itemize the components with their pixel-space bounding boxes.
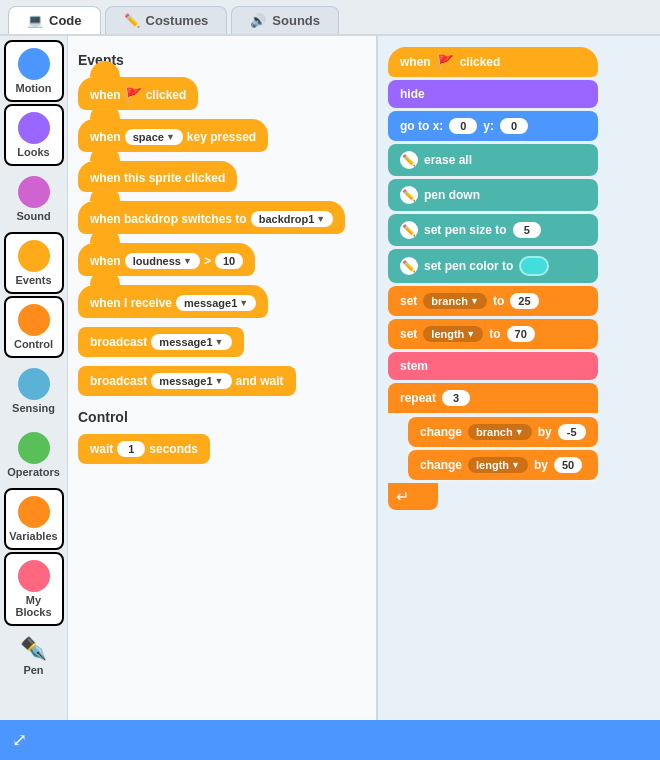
script-set-text: set bbox=[400, 294, 417, 308]
sidebar-item-operators[interactable]: Operators bbox=[4, 424, 64, 486]
loudness-value: loudness bbox=[133, 255, 181, 267]
broadcast-wait-block[interactable]: broadcast message1 ▼ and wait bbox=[78, 366, 296, 396]
pen-glyph-4: ✏️ bbox=[402, 260, 416, 273]
script-erase-text: erase all bbox=[424, 153, 472, 167]
script-pen-color[interactable]: ✏️ set pen color to bbox=[388, 249, 598, 283]
sounds-icon: 🔊 bbox=[250, 13, 266, 28]
script-branch-num[interactable]: 25 bbox=[510, 293, 538, 309]
sidebar-label-pen: Pen bbox=[23, 664, 43, 676]
script-length-dropdown[interactable]: length ▼ bbox=[423, 326, 483, 342]
script-clicked-text: clicked bbox=[460, 55, 501, 69]
script-length-dropdown-2[interactable]: length ▼ bbox=[468, 457, 528, 473]
dropdown-arrow-2: ▼ bbox=[316, 214, 325, 224]
when-backdrop-text: when backdrop switches to bbox=[90, 212, 247, 226]
pen-glyph-3: ✏️ bbox=[402, 224, 416, 237]
script-pen-size[interactable]: ✏️ set pen size to 5 bbox=[388, 214, 598, 246]
script-change-length[interactable]: change length ▼ by 50 bbox=[408, 450, 598, 480]
script-set-length[interactable]: set length ▼ to 70 bbox=[388, 319, 598, 349]
script-goto[interactable]: go to x: 0 y: 0 bbox=[388, 111, 598, 141]
and-wait-text: and wait bbox=[236, 374, 284, 388]
script-pen-down[interactable]: ✏️ pen down bbox=[388, 179, 598, 211]
motion-dot bbox=[18, 48, 50, 80]
script-stem[interactable]: stem bbox=[388, 352, 598, 380]
main-area: Motion Looks Sound Events Control Sensin… bbox=[0, 36, 660, 720]
when-sprite-text: when this sprite clicked bbox=[90, 171, 225, 185]
script-repeat[interactable]: repeat 3 bbox=[388, 383, 598, 413]
tab-sounds[interactable]: 🔊 Sounds bbox=[231, 6, 339, 34]
script-stem-text: stem bbox=[400, 359, 428, 373]
script-to-text: to bbox=[493, 294, 504, 308]
block-row: when I receive message1 ▼ bbox=[78, 282, 366, 321]
sidebar-item-control[interactable]: Control bbox=[4, 296, 64, 358]
pen-glyph-2: ✏️ bbox=[402, 189, 416, 202]
sidebar-item-pen[interactable]: ✒️ Pen bbox=[4, 628, 64, 684]
script-repeat-value[interactable]: 3 bbox=[442, 390, 470, 406]
script-change-text-2: change bbox=[420, 458, 462, 472]
when-backdrop-block[interactable]: when backdrop switches to backdrop1 ▼ bbox=[78, 201, 345, 234]
block-row: when backdrop switches to backdrop1 ▼ bbox=[78, 198, 366, 237]
script-when-text: when bbox=[400, 55, 431, 69]
top-tabs: 💻 Code ✏️ Costumes 🔊 Sounds bbox=[0, 0, 660, 36]
broadcast-wait-dropdown[interactable]: message1 ▼ bbox=[151, 373, 231, 389]
pen-icon-size: ✏️ bbox=[400, 221, 418, 239]
repeat-inner: change branch ▼ by -5 change length bbox=[408, 415, 598, 482]
script-length-num[interactable]: 70 bbox=[507, 326, 535, 342]
script-length-change[interactable]: 50 bbox=[554, 457, 582, 473]
pen-glyph: ✏️ bbox=[402, 154, 416, 167]
sidebar-label-variables: Variables bbox=[9, 530, 57, 542]
when-flag-text: when bbox=[90, 88, 121, 102]
wait-text: wait bbox=[90, 442, 113, 456]
key-dropdown[interactable]: space ▼ bbox=[125, 129, 183, 145]
repeat-arrow-icon: ↵ bbox=[396, 487, 409, 506]
script-erase-all[interactable]: ✏️ erase all bbox=[388, 144, 598, 176]
events-section: Events when 🚩 clicked when space ▼ key bbox=[78, 52, 366, 399]
script-stack: when 🚩 clicked hide go to x: 0 y: 0 ✏️ e… bbox=[388, 46, 598, 510]
dropdown-arrow: ▼ bbox=[166, 132, 175, 142]
script-x-value[interactable]: 0 bbox=[449, 118, 477, 134]
script-change-branch[interactable]: change branch ▼ by -5 bbox=[408, 417, 598, 447]
backdrop-value: backdrop1 bbox=[259, 213, 315, 225]
script-pensize-value[interactable]: 5 bbox=[513, 222, 541, 238]
script-y-value[interactable]: 0 bbox=[500, 118, 528, 134]
script-branch-dropdown-2[interactable]: branch ▼ bbox=[468, 424, 532, 440]
script-branch-change[interactable]: -5 bbox=[558, 424, 586, 440]
script-hide[interactable]: hide bbox=[388, 80, 598, 108]
script-area[interactable]: when 🚩 clicked hide go to x: 0 y: 0 ✏️ e… bbox=[378, 36, 660, 720]
message-dropdown[interactable]: message1 ▼ bbox=[176, 295, 256, 311]
script-branch-dropdown[interactable]: branch ▼ bbox=[423, 293, 487, 309]
broadcast-wait-text: broadcast bbox=[90, 374, 147, 388]
script-set-branch[interactable]: set branch ▼ to 25 bbox=[388, 286, 598, 316]
sidebar-item-sound[interactable]: Sound bbox=[4, 168, 64, 230]
loudness-threshold[interactable]: 10 bbox=[215, 253, 243, 269]
sidebar-item-motion[interactable]: Motion bbox=[4, 40, 64, 102]
looks-dot bbox=[18, 112, 50, 144]
expand-button[interactable]: ⤢ bbox=[12, 729, 27, 751]
wait-block[interactable]: wait 1 seconds bbox=[78, 434, 210, 464]
broadcast-block[interactable]: broadcast message1 ▼ bbox=[78, 327, 244, 357]
script-flag-icon: 🚩 bbox=[437, 54, 454, 70]
seconds-text: seconds bbox=[149, 442, 198, 456]
when-receive-block[interactable]: when I receive message1 ▼ bbox=[78, 285, 268, 318]
script-color-swatch[interactable] bbox=[519, 256, 549, 276]
script-when-flag[interactable]: when 🚩 clicked bbox=[388, 47, 598, 77]
script-by-text: by bbox=[538, 425, 552, 439]
when-text: when bbox=[90, 130, 121, 144]
dropdown-arrow-3: ▼ bbox=[183, 256, 192, 266]
sidebar-label-sound: Sound bbox=[16, 210, 50, 222]
control-title: Control bbox=[78, 409, 366, 425]
broadcast-dropdown[interactable]: message1 ▼ bbox=[151, 334, 231, 350]
tab-code[interactable]: 💻 Code bbox=[8, 6, 101, 34]
sidebar-item-variables[interactable]: Variables bbox=[4, 488, 64, 550]
loudness-dropdown[interactable]: loudness ▼ bbox=[125, 253, 200, 269]
sidebar-label-control: Control bbox=[14, 338, 53, 350]
sidebar-item-looks[interactable]: Looks bbox=[4, 104, 64, 166]
script-branch-value-2: branch bbox=[476, 426, 513, 438]
wait-value[interactable]: 1 bbox=[117, 441, 145, 457]
sidebar-item-sensing[interactable]: Sensing bbox=[4, 360, 64, 422]
sidebar-item-events[interactable]: Events bbox=[4, 232, 64, 294]
sidebar: Motion Looks Sound Events Control Sensin… bbox=[0, 36, 68, 720]
backdrop-dropdown[interactable]: backdrop1 ▼ bbox=[251, 211, 334, 227]
sidebar-item-myblocks[interactable]: My Blocks bbox=[4, 552, 64, 626]
branch-arrow: ▼ bbox=[470, 296, 479, 306]
tab-costumes[interactable]: ✏️ Costumes bbox=[105, 6, 228, 34]
